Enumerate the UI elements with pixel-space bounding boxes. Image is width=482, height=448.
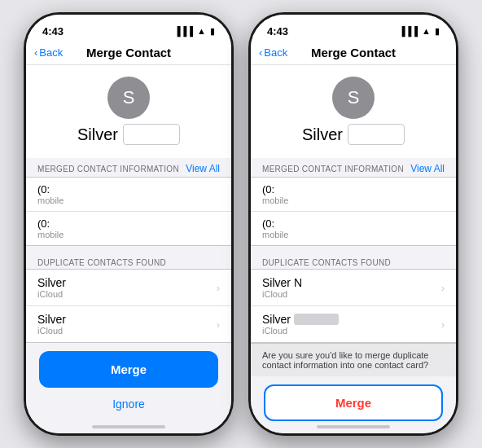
home-indicator-1 <box>26 422 231 433</box>
chevron-icon-2-1: › <box>441 318 445 331</box>
dup-items-1: Silver iCloud › Silver iCloud › <box>26 269 231 343</box>
phone-1: 4:43 ▐▐▐ ▲ ▮ ‹ Back Merge Contact S Silv… <box>24 12 234 436</box>
chevron-icon-2-0: › <box>441 282 445 294</box>
back-label-2: Back <box>264 46 287 59</box>
dup-info-2-1: Silver iCloud <box>262 313 339 336</box>
dup-info-2-0: Silver N iCloud <box>262 276 302 299</box>
dup-section-1: DUPLICATE CONTACTS FOUND Silver iCloud ›… <box>26 254 231 343</box>
status-time-2: 4:43 <box>267 25 288 37</box>
wifi-icon: ▲ <box>197 26 206 36</box>
phone-2: 4:43 ▐▐▐ ▲ ▮ ‹ Back Merge Contact S Silv… <box>248 12 458 436</box>
dup-info-1-1: Silver iCloud <box>37 313 66 336</box>
status-bar-2: 4:43 ▐▐▐ ▲ ▮ <box>251 15 456 41</box>
merged-label-2: MERGED CONTACT INFORMATION <box>262 165 404 173</box>
view-all-link-1[interactable]: View All <box>186 163 220 174</box>
status-icons-2: ▐▐▐ ▲ ▮ <box>399 26 440 37</box>
dup-items-2: Silver N iCloud › Silver iCloud <box>251 269 456 343</box>
contact-name-row-2: Silver <box>302 124 405 145</box>
merged-sub-2-0: mobile <box>262 195 445 205</box>
dup-sub-2-1: iCloud <box>262 326 339 336</box>
back-arrow-icon-1: ‹ <box>34 46 37 59</box>
merged-items-1: (0: mobile (0: mobile <box>26 177 231 246</box>
battery-icon-2: ▮ <box>435 26 440 37</box>
contact-name-row-1: Silver <box>77 124 180 145</box>
merged-value-2-1: (0: <box>262 217 445 230</box>
phone-2-screen: 4:43 ▐▐▐ ▲ ▮ ‹ Back Merge Contact S Silv… <box>251 15 456 433</box>
back-arrow-icon-2: ‹ <box>259 46 262 59</box>
status-bar-1: 4:43 ▐▐▐ ▲ ▮ <box>26 15 231 41</box>
dup-item-2-0[interactable]: Silver N iCloud › <box>251 270 456 306</box>
confirm-overlay-2: Are you sure you'd like to merge duplica… <box>251 343 456 376</box>
confirm-text-2: Are you sure you'd like to merge duplica… <box>262 350 429 370</box>
merged-item-1-1: (0: mobile <box>26 212 231 245</box>
dup-label-1: DUPLICATE CONTACTS FOUND <box>26 253 177 270</box>
dup-name-1-1: Silver <box>37 313 66 326</box>
back-button-2[interactable]: ‹ Back <box>259 46 287 59</box>
ignore-button-1[interactable]: Ignore <box>112 391 145 417</box>
merged-sub-1-0: mobile <box>37 195 220 205</box>
merged-sub-2-1: mobile <box>262 230 445 239</box>
content-1: S Silver MERGED CONTACT INFORMATION View… <box>26 65 231 422</box>
merged-item-2-1: (0: mobile <box>251 212 456 245</box>
status-icons-1: ▐▐▐ ▲ ▮ <box>174 26 215 37</box>
nav-title-1: Merge Contact <box>86 46 171 59</box>
merge-area-2: Merge <box>251 376 456 422</box>
merged-section-1: MERGED CONTACT INFORMATION View All (0: … <box>26 158 231 246</box>
merged-item-1-0: (0: mobile <box>26 178 231 212</box>
merged-value-1-1: (0: <box>37 217 220 230</box>
status-time-1: 4:43 <box>42 25 64 37</box>
wifi-icon-2: ▲ <box>422 26 431 36</box>
dup-label-2: DUPLICATE CONTACTS FOUND <box>251 253 402 270</box>
contact-first-name-1: Silver <box>77 125 118 144</box>
dup-sub-2-0: iCloud <box>262 289 302 299</box>
home-bar-2 <box>317 425 390 428</box>
chevron-icon-1-1: › <box>217 318 220 331</box>
merged-value-1-0: (0: <box>37 183 220 195</box>
dup-info-1-0: Silver iCloud <box>37 276 66 299</box>
back-label-1: Back <box>39 46 63 59</box>
dup-sub-1-1: iCloud <box>37 326 66 336</box>
back-button-1[interactable]: ‹ Back <box>34 46 63 59</box>
avatar-section-1: S Silver <box>26 65 231 158</box>
avatar-2: S <box>332 77 375 119</box>
contact-last-name-input-2[interactable] <box>348 124 405 145</box>
dup-sub-1-0: iCloud <box>37 289 66 299</box>
contact-last-name-input-1[interactable] <box>123 124 180 145</box>
signal-icon-2: ▐▐▐ <box>399 26 418 36</box>
content-2: S Silver MERGED CONTACT INFORMATION View… <box>251 65 456 422</box>
merged-items-2: (0: mobile (0: mobile <box>251 177 456 246</box>
merge-button-1[interactable]: Merge <box>39 351 218 388</box>
dup-section-2: DUPLICATE CONTACTS FOUND Silver N iCloud… <box>251 254 456 343</box>
view-all-link-2[interactable]: View All <box>410 163 445 174</box>
merged-section-2: MERGED CONTACT INFORMATION View All (0: … <box>251 158 456 246</box>
merged-label-1: MERGED CONTACT INFORMATION <box>37 165 179 173</box>
chevron-icon-1-0: › <box>217 282 220 294</box>
dup-name-2-1: Silver <box>262 313 339 326</box>
merged-value-2-0: (0: <box>262 183 445 195</box>
merged-item-2-0: (0: mobile <box>251 178 456 212</box>
dup-item-1-0[interactable]: Silver iCloud › <box>26 270 231 306</box>
nav-bar-1: ‹ Back Merge Contact <box>26 41 231 65</box>
dup-name-1-0: Silver <box>37 276 66 289</box>
nav-title-2: Merge Contact <box>311 46 396 59</box>
avatar-section-2: S Silver <box>251 65 456 158</box>
nav-bar-2: ‹ Back Merge Contact <box>251 41 456 65</box>
avatar-1: S <box>107 77 150 119</box>
dup-name-2-0: Silver N <box>262 276 302 289</box>
signal-icon: ▐▐▐ <box>174 26 193 36</box>
merge-button-2[interactable]: Merge <box>264 384 443 421</box>
merged-sub-1-1: mobile <box>37 230 220 239</box>
merge-area-1: Merge <box>26 343 231 391</box>
merged-header-row-2: MERGED CONTACT INFORMATION View All <box>251 158 456 177</box>
contact-first-name-2: Silver <box>302 125 343 144</box>
redacted-name-2-1 <box>294 314 339 325</box>
home-bar-1 <box>92 425 165 428</box>
merged-header-row-1: MERGED CONTACT INFORMATION View All <box>26 158 231 177</box>
dup-item-1-1[interactable]: Silver iCloud › <box>26 306 231 342</box>
battery-icon: ▮ <box>210 26 215 37</box>
home-indicator-2 <box>251 422 456 433</box>
phone-1-screen: 4:43 ▐▐▐ ▲ ▮ ‹ Back Merge Contact S Silv… <box>26 15 231 433</box>
dup-item-2-1[interactable]: Silver iCloud › <box>251 306 456 342</box>
